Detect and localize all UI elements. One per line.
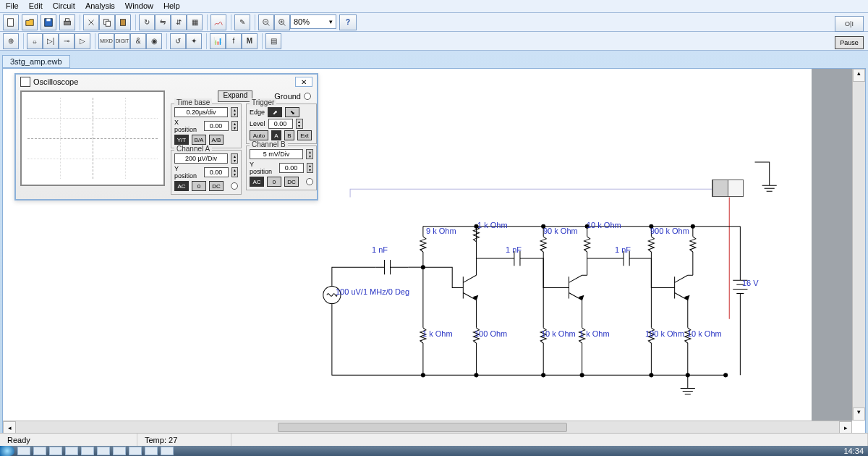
zoom-out-button[interactable] <box>258 14 274 30</box>
svg-point-19 <box>542 373 545 377</box>
r9-label: 1 k Ohm <box>579 329 610 338</box>
menu-help[interactable]: Help <box>163 1 180 11</box>
flip-h-button[interactable]: ⇋ <box>155 14 171 30</box>
menu-window[interactable]: Window <box>125 1 153 11</box>
open-button[interactable] <box>22 14 38 30</box>
r8-label: 10 k Ohm <box>541 329 576 338</box>
menu-analysis[interactable]: Analysis <box>85 1 115 11</box>
save-button[interactable] <box>41 14 56 30</box>
task-icon[interactable] <box>145 447 158 455</box>
svg-rect-2 <box>46 18 50 21</box>
task-icon[interactable] <box>33 447 46 455</box>
copy-button[interactable] <box>99 14 115 30</box>
logic-bin[interactable]: & <box>130 33 146 49</box>
pause-button[interactable]: Pause <box>835 36 864 49</box>
task-icon[interactable] <box>17 447 30 455</box>
menu-bar[interactable]: File Edit Circuit Analysis Window Help <box>0 0 868 13</box>
graph-button[interactable] <box>210 14 226 30</box>
c1-label: 1 nF <box>372 245 388 254</box>
transistor-bin[interactable]: ⊸ <box>59 33 75 49</box>
svg-point-20 <box>580 373 584 377</box>
task-icon[interactable] <box>161 447 174 455</box>
clock: 14:34 <box>843 447 864 455</box>
svg-point-18 <box>475 373 478 377</box>
svg-point-17 <box>421 373 425 377</box>
status-ready: Ready <box>0 434 137 446</box>
cut-button[interactable] <box>83 14 99 30</box>
rotate-button[interactable]: ↻ <box>139 14 155 30</box>
r5-label: 900 k Ohm <box>650 227 689 235</box>
toolbar-components: ⊕ ⏛ ▷| ⊸ ▷ MIXD DIGIT & ◉ ↺ ✦ 📊 f M ▤ <box>0 32 868 51</box>
mixed-bin[interactable]: MIXD <box>98 33 114 49</box>
menu-circuit[interactable]: Circuit <box>53 1 75 11</box>
vbat-label: 16 V <box>742 279 759 287</box>
zoom-in-button[interactable] <box>274 14 290 30</box>
help-button[interactable]: ? <box>339 14 357 30</box>
toolbar-main: ↻ ⇋ ⇵ ▦ ✎ 80% ? <box>0 13 868 32</box>
svg-point-23 <box>724 373 728 377</box>
analog-bin[interactable]: ▷ <box>75 33 90 49</box>
schematic-canvas[interactable]: Oscilloscope ✕ Expand Ground <box>2 68 866 434</box>
new-button[interactable] <box>3 14 19 30</box>
sources-bin[interactable]: ⊕ <box>3 33 19 49</box>
indicators-bin[interactable]: ◉ <box>146 33 162 49</box>
circuit-schematic <box>3 69 865 434</box>
scope-instrument-icon[interactable] <box>712 180 744 197</box>
svg-rect-6 <box>106 21 110 26</box>
power-switch[interactable]: O|I <box>835 16 864 32</box>
start-orb[interactable] <box>0 446 14 456</box>
vertical-scrollbar[interactable] <box>852 69 865 421</box>
svg-rect-7 <box>121 19 126 25</box>
properties-button[interactable]: ✎ <box>234 14 250 30</box>
c3-label: 1 nF <box>615 245 631 254</box>
menu-edit[interactable]: Edit <box>29 1 43 11</box>
r10-label: 100 k Ohm <box>645 329 684 338</box>
horizontal-scrollbar[interactable] <box>3 421 852 434</box>
r4-label: 10 k Ohm <box>587 221 621 229</box>
instruments-bin[interactable]: 📊 <box>210 33 226 49</box>
function-bin[interactable]: f <box>226 33 242 49</box>
r11-label: 10 k Ohm <box>687 329 722 338</box>
task-icon[interactable] <box>49 447 62 455</box>
document-tab[interactable]: 3stg_amp.ewb <box>2 55 70 68</box>
multimeter-bin[interactable]: M <box>242 33 258 49</box>
task-icon[interactable] <box>81 447 94 455</box>
status-bar: Ready Temp: 27 <box>0 433 868 446</box>
controls-bin[interactable]: ↺ <box>170 33 186 49</box>
print-button[interactable] <box>59 14 75 30</box>
svg-rect-4 <box>65 18 69 21</box>
task-icon[interactable] <box>97 447 110 455</box>
task-icon[interactable] <box>113 447 126 455</box>
r6-label: 1 k Ohm <box>422 329 453 338</box>
basic-bin[interactable]: ⏛ <box>27 33 43 49</box>
status-temp: Temp: 27 <box>137 434 231 446</box>
svg-point-21 <box>650 373 653 377</box>
digital-bin[interactable]: DIGIT <box>114 33 130 49</box>
misc2-bin[interactable]: ▤ <box>265 33 281 49</box>
r3-label: 90 k Ohm <box>543 227 578 235</box>
diode-bin[interactable]: ▷| <box>43 33 59 49</box>
scroll-thumb[interactable] <box>278 423 567 432</box>
r7-label: 100 Ohm <box>475 329 507 338</box>
task-icon[interactable] <box>65 447 78 455</box>
task-icon[interactable] <box>129 447 142 455</box>
menu-file[interactable]: File <box>6 1 19 11</box>
paste-button[interactable] <box>115 14 131 30</box>
svg-rect-3 <box>64 21 71 25</box>
flip-v-button[interactable]: ⇵ <box>171 14 187 30</box>
misc-bin[interactable]: ✦ <box>186 33 202 49</box>
r1-label: 9 k Ohm <box>426 227 456 235</box>
taskbar[interactable]: 14:34 <box>0 446 868 456</box>
subcircuit-button[interactable]: ▦ <box>187 14 203 30</box>
zoom-select[interactable]: 80% <box>290 14 336 29</box>
svg-rect-0 <box>8 18 14 26</box>
c2-label: 1 nF <box>506 245 522 254</box>
source-label: 100 uV/1 MHz/0 Deg <box>336 287 409 296</box>
r2-label: 1 k Ohm <box>477 221 508 229</box>
